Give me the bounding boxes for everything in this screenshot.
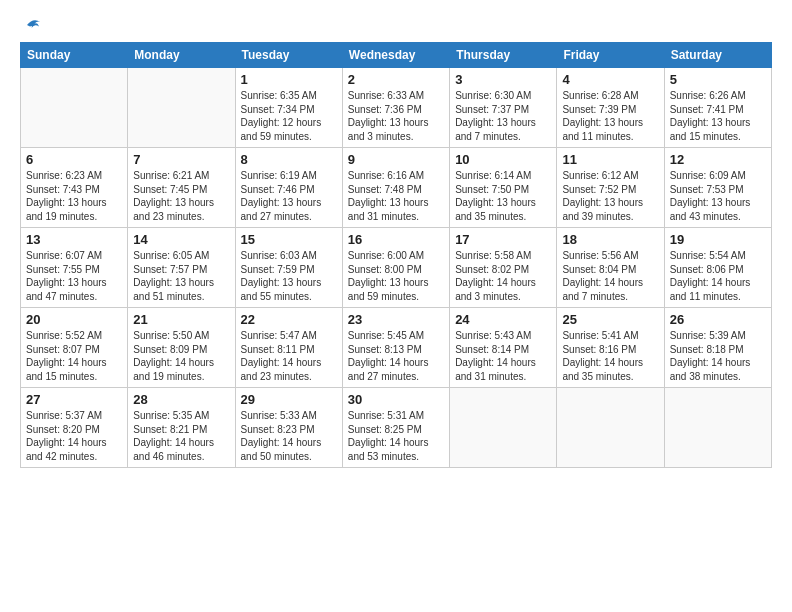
calendar-cell: 27Sunrise: 5:37 AMSunset: 8:20 PMDayligh… <box>21 388 128 468</box>
day-number: 19 <box>670 232 766 247</box>
calendar-cell: 14Sunrise: 6:05 AMSunset: 7:57 PMDayligh… <box>128 228 235 308</box>
day-number: 24 <box>455 312 551 327</box>
day-info: Sunrise: 5:45 AMSunset: 8:13 PMDaylight:… <box>348 329 444 383</box>
weekday-header-thursday: Thursday <box>450 43 557 68</box>
day-info: Sunrise: 5:37 AMSunset: 8:20 PMDaylight:… <box>26 409 122 463</box>
header <box>20 16 772 34</box>
day-number: 20 <box>26 312 122 327</box>
logo-icon <box>24 16 42 34</box>
calendar-cell: 1Sunrise: 6:35 AMSunset: 7:34 PMDaylight… <box>235 68 342 148</box>
day-info: Sunrise: 6:35 AMSunset: 7:34 PMDaylight:… <box>241 89 337 143</box>
calendar-cell: 5Sunrise: 6:26 AMSunset: 7:41 PMDaylight… <box>664 68 771 148</box>
day-number: 18 <box>562 232 658 247</box>
day-info: Sunrise: 6:23 AMSunset: 7:43 PMDaylight:… <box>26 169 122 223</box>
logo <box>20 16 42 34</box>
day-info: Sunrise: 6:09 AMSunset: 7:53 PMDaylight:… <box>670 169 766 223</box>
day-info: Sunrise: 6:26 AMSunset: 7:41 PMDaylight:… <box>670 89 766 143</box>
day-info: Sunrise: 5:58 AMSunset: 8:02 PMDaylight:… <box>455 249 551 303</box>
week-row-2: 6Sunrise: 6:23 AMSunset: 7:43 PMDaylight… <box>21 148 772 228</box>
week-row-3: 13Sunrise: 6:07 AMSunset: 7:55 PMDayligh… <box>21 228 772 308</box>
weekday-header-row: SundayMondayTuesdayWednesdayThursdayFrid… <box>21 43 772 68</box>
day-info: Sunrise: 5:43 AMSunset: 8:14 PMDaylight:… <box>455 329 551 383</box>
day-info: Sunrise: 5:39 AMSunset: 8:18 PMDaylight:… <box>670 329 766 383</box>
day-info: Sunrise: 6:05 AMSunset: 7:57 PMDaylight:… <box>133 249 229 303</box>
calendar-cell <box>557 388 664 468</box>
day-number: 4 <box>562 72 658 87</box>
day-info: Sunrise: 6:30 AMSunset: 7:37 PMDaylight:… <box>455 89 551 143</box>
calendar-cell: 7Sunrise: 6:21 AMSunset: 7:45 PMDaylight… <box>128 148 235 228</box>
day-info: Sunrise: 5:35 AMSunset: 8:21 PMDaylight:… <box>133 409 229 463</box>
day-info: Sunrise: 5:52 AMSunset: 8:07 PMDaylight:… <box>26 329 122 383</box>
calendar-cell: 15Sunrise: 6:03 AMSunset: 7:59 PMDayligh… <box>235 228 342 308</box>
weekday-header-friday: Friday <box>557 43 664 68</box>
day-info: Sunrise: 6:16 AMSunset: 7:48 PMDaylight:… <box>348 169 444 223</box>
day-info: Sunrise: 6:14 AMSunset: 7:50 PMDaylight:… <box>455 169 551 223</box>
day-number: 29 <box>241 392 337 407</box>
day-number: 21 <box>133 312 229 327</box>
calendar-cell: 29Sunrise: 5:33 AMSunset: 8:23 PMDayligh… <box>235 388 342 468</box>
calendar-cell: 2Sunrise: 6:33 AMSunset: 7:36 PMDaylight… <box>342 68 449 148</box>
day-number: 8 <box>241 152 337 167</box>
calendar-cell: 8Sunrise: 6:19 AMSunset: 7:46 PMDaylight… <box>235 148 342 228</box>
calendar-cell: 23Sunrise: 5:45 AMSunset: 8:13 PMDayligh… <box>342 308 449 388</box>
calendar-cell: 28Sunrise: 5:35 AMSunset: 8:21 PMDayligh… <box>128 388 235 468</box>
day-number: 13 <box>26 232 122 247</box>
calendar-cell: 13Sunrise: 6:07 AMSunset: 7:55 PMDayligh… <box>21 228 128 308</box>
day-number: 6 <box>26 152 122 167</box>
calendar-cell: 20Sunrise: 5:52 AMSunset: 8:07 PMDayligh… <box>21 308 128 388</box>
day-number: 12 <box>670 152 766 167</box>
day-info: Sunrise: 5:41 AMSunset: 8:16 PMDaylight:… <box>562 329 658 383</box>
calendar-cell: 4Sunrise: 6:28 AMSunset: 7:39 PMDaylight… <box>557 68 664 148</box>
calendar-cell: 25Sunrise: 5:41 AMSunset: 8:16 PMDayligh… <box>557 308 664 388</box>
day-number: 25 <box>562 312 658 327</box>
calendar-cell: 18Sunrise: 5:56 AMSunset: 8:04 PMDayligh… <box>557 228 664 308</box>
day-info: Sunrise: 6:03 AMSunset: 7:59 PMDaylight:… <box>241 249 337 303</box>
calendar-cell <box>450 388 557 468</box>
calendar-cell: 17Sunrise: 5:58 AMSunset: 8:02 PMDayligh… <box>450 228 557 308</box>
day-number: 15 <box>241 232 337 247</box>
week-row-5: 27Sunrise: 5:37 AMSunset: 8:20 PMDayligh… <box>21 388 772 468</box>
day-info: Sunrise: 5:54 AMSunset: 8:06 PMDaylight:… <box>670 249 766 303</box>
day-number: 27 <box>26 392 122 407</box>
calendar-table: SundayMondayTuesdayWednesdayThursdayFrid… <box>20 42 772 468</box>
day-number: 7 <box>133 152 229 167</box>
day-number: 17 <box>455 232 551 247</box>
day-info: Sunrise: 6:28 AMSunset: 7:39 PMDaylight:… <box>562 89 658 143</box>
calendar-cell: 19Sunrise: 5:54 AMSunset: 8:06 PMDayligh… <box>664 228 771 308</box>
calendar-cell: 10Sunrise: 6:14 AMSunset: 7:50 PMDayligh… <box>450 148 557 228</box>
day-number: 2 <box>348 72 444 87</box>
weekday-header-wednesday: Wednesday <box>342 43 449 68</box>
page: SundayMondayTuesdayWednesdayThursdayFrid… <box>0 0 792 612</box>
day-number: 22 <box>241 312 337 327</box>
calendar-cell: 12Sunrise: 6:09 AMSunset: 7:53 PMDayligh… <box>664 148 771 228</box>
weekday-header-tuesday: Tuesday <box>235 43 342 68</box>
day-number: 9 <box>348 152 444 167</box>
calendar-cell <box>21 68 128 148</box>
day-number: 26 <box>670 312 766 327</box>
day-info: Sunrise: 6:19 AMSunset: 7:46 PMDaylight:… <box>241 169 337 223</box>
day-info: Sunrise: 5:47 AMSunset: 8:11 PMDaylight:… <box>241 329 337 383</box>
day-number: 5 <box>670 72 766 87</box>
week-row-1: 1Sunrise: 6:35 AMSunset: 7:34 PMDaylight… <box>21 68 772 148</box>
calendar-cell: 11Sunrise: 6:12 AMSunset: 7:52 PMDayligh… <box>557 148 664 228</box>
calendar-cell: 22Sunrise: 5:47 AMSunset: 8:11 PMDayligh… <box>235 308 342 388</box>
day-info: Sunrise: 6:07 AMSunset: 7:55 PMDaylight:… <box>26 249 122 303</box>
calendar-cell: 30Sunrise: 5:31 AMSunset: 8:25 PMDayligh… <box>342 388 449 468</box>
calendar-cell: 24Sunrise: 5:43 AMSunset: 8:14 PMDayligh… <box>450 308 557 388</box>
day-number: 11 <box>562 152 658 167</box>
day-number: 1 <box>241 72 337 87</box>
calendar-cell <box>128 68 235 148</box>
day-number: 30 <box>348 392 444 407</box>
day-info: Sunrise: 6:21 AMSunset: 7:45 PMDaylight:… <box>133 169 229 223</box>
day-number: 14 <box>133 232 229 247</box>
day-info: Sunrise: 6:00 AMSunset: 8:00 PMDaylight:… <box>348 249 444 303</box>
calendar-cell <box>664 388 771 468</box>
day-info: Sunrise: 5:33 AMSunset: 8:23 PMDaylight:… <box>241 409 337 463</box>
day-info: Sunrise: 5:50 AMSunset: 8:09 PMDaylight:… <box>133 329 229 383</box>
calendar-cell: 16Sunrise: 6:00 AMSunset: 8:00 PMDayligh… <box>342 228 449 308</box>
calendar-cell: 3Sunrise: 6:30 AMSunset: 7:37 PMDaylight… <box>450 68 557 148</box>
weekday-header-sunday: Sunday <box>21 43 128 68</box>
day-info: Sunrise: 6:12 AMSunset: 7:52 PMDaylight:… <box>562 169 658 223</box>
day-number: 23 <box>348 312 444 327</box>
day-number: 16 <box>348 232 444 247</box>
